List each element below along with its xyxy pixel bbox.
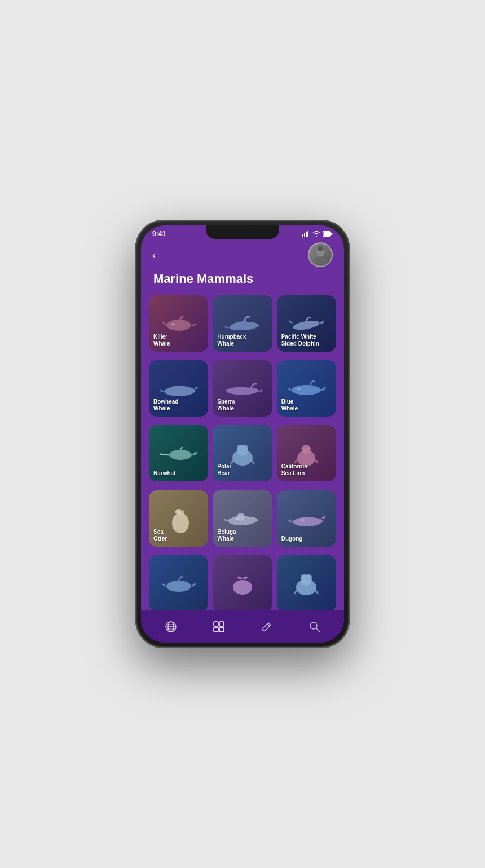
row5c-icon (277, 555, 336, 612)
animal-card-bowhead-whale[interactable]: BowheadWhale (149, 360, 208, 417)
california-sea-lion-label: CaliforniaSea Lion (281, 463, 332, 477)
phone-screen: 9:41 (141, 225, 344, 643)
nav-grid[interactable] (204, 618, 234, 635)
nav-edit[interactable] (252, 618, 282, 635)
dugong-label: Dugong (281, 535, 332, 542)
avatar[interactable] (308, 242, 333, 267)
signal-icon (302, 231, 310, 237)
animal-card-beluga-whale[interactable]: BelugaWhale (213, 490, 272, 547)
svg-point-10 (166, 320, 191, 331)
animal-card-narwhal[interactable]: Narwhal (149, 425, 208, 481)
row5b-icon (213, 555, 272, 612)
battery-icon (323, 231, 333, 237)
notch (206, 225, 279, 239)
status-time: 9:41 (152, 230, 166, 238)
svg-point-11 (171, 323, 175, 325)
header-top: ‹ (152, 242, 333, 267)
animal-card-pacific-dolphin[interactable]: Pacific WhiteSided Dolphin (277, 295, 336, 352)
svg-point-43 (310, 622, 317, 629)
polar-bear-label: PolarBear (217, 463, 267, 477)
wifi-icon (312, 231, 320, 237)
svg-rect-1 (304, 233, 305, 237)
bowhead-whale-label: BowheadWhale (153, 398, 204, 412)
status-icons (302, 231, 333, 237)
svg-rect-41 (219, 627, 224, 632)
edit-icon (261, 621, 273, 633)
svg-rect-6 (324, 232, 330, 236)
narwhal-label: Narwhal (153, 470, 204, 477)
phone-frame: 9:41 (135, 220, 350, 648)
animal-grid: KillerWhale HumpbackWhale (141, 292, 344, 619)
animal-card-polar-bear[interactable]: PolarBear (213, 425, 272, 481)
globe-icon (165, 621, 177, 633)
svg-rect-5 (331, 233, 333, 235)
animal-card-killer-whale[interactable]: KillerWhale (149, 295, 208, 352)
grid-icon (213, 621, 225, 633)
animal-card-blue-whale[interactable]: BlueWhale (277, 360, 336, 417)
beluga-whale-label: BelugaWhale (217, 529, 267, 542)
page-title: Marine Mammals (152, 272, 253, 286)
svg-line-44 (316, 628, 320, 632)
svg-rect-0 (302, 234, 303, 237)
svg-point-13 (292, 385, 321, 395)
svg-point-25 (235, 518, 239, 520)
humpback-whale-label: HumpbackWhale (217, 334, 267, 347)
svg-point-26 (300, 519, 305, 521)
pacific-dolphin-label: Pacific WhiteSided Dolphin (281, 334, 332, 347)
nav-search[interactable] (299, 618, 330, 635)
back-button[interactable]: ‹ (152, 249, 156, 262)
svg-point-19 (242, 445, 248, 450)
animal-card-sea-otter[interactable]: SeaOtter (149, 490, 208, 547)
svg-point-15 (169, 450, 192, 460)
svg-point-18 (237, 445, 242, 450)
killer-whale-label: KillerWhale (153, 334, 204, 347)
svg-point-14 (297, 388, 301, 391)
svg-point-9 (318, 246, 323, 251)
animal-card-dugong[interactable]: Dugong (277, 490, 336, 547)
sea-otter-label: SeaOtter (153, 529, 204, 542)
svg-point-31 (301, 574, 306, 580)
svg-point-32 (306, 574, 312, 580)
nav-globe[interactable] (156, 618, 186, 635)
search-icon (308, 621, 321, 633)
animal-card-row5c[interactable] (277, 555, 336, 612)
svg-line-42 (267, 624, 270, 626)
svg-point-8 (314, 258, 327, 264)
bottom-nav (141, 610, 344, 643)
svg-point-27 (166, 581, 191, 592)
avatar-icon (311, 245, 330, 264)
row5a-icon (149, 555, 208, 612)
svg-rect-38 (214, 622, 218, 626)
animal-card-sperm-whale[interactable]: SpermWhale (213, 360, 272, 417)
animal-card-california-sea-lion[interactable]: CaliforniaSea Lion (277, 425, 336, 481)
animal-card-row5b[interactable] (213, 555, 272, 612)
svg-point-23 (175, 509, 182, 515)
svg-rect-3 (307, 231, 308, 237)
svg-rect-2 (306, 232, 307, 237)
animal-card-humpback-whale[interactable]: HumpbackWhale (213, 295, 272, 352)
animal-card-row5a[interactable] (149, 555, 208, 612)
svg-point-21 (302, 445, 311, 454)
sperm-whale-label: SpermWhale (217, 398, 267, 412)
header: ‹ Marine Mammals (141, 240, 344, 292)
svg-rect-40 (214, 627, 218, 632)
blue-whale-label: BlueWhale (281, 398, 332, 412)
svg-rect-39 (219, 622, 224, 626)
svg-point-28 (233, 580, 252, 595)
